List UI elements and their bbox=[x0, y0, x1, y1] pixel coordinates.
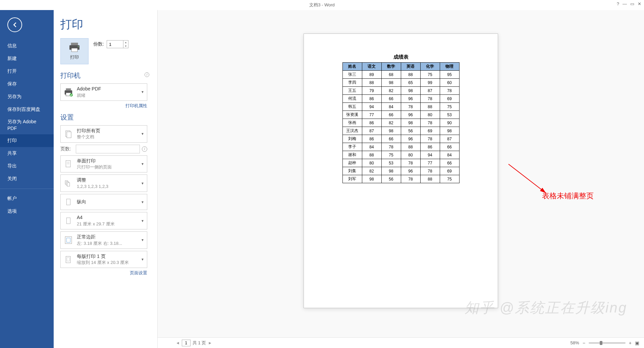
collate-icon bbox=[63, 178, 73, 188]
pages-icon bbox=[63, 129, 73, 139]
margins-select[interactable]: 正常边距左: 3.18 厘米 右: 3.18... ▼ bbox=[60, 231, 147, 249]
zoom-value: 58% bbox=[571, 340, 579, 345]
copies-down-icon[interactable]: ▼ bbox=[123, 44, 128, 48]
svg-rect-2 bbox=[71, 48, 77, 52]
settings-heading: 设置 bbox=[60, 113, 147, 122]
sidebar-item[interactable]: 共享 bbox=[0, 147, 54, 160]
copies-up-icon[interactable]: ▲ bbox=[123, 41, 128, 44]
print-preview: 成绩表 姓名语文数学英语化学物理 张三8968887595李四889865996… bbox=[158, 10, 644, 348]
print-button[interactable]: 打印 bbox=[60, 38, 89, 64]
title-bar: 文档3 - Word ? — ▭ ✕ bbox=[0, 0, 644, 10]
sidebar-item[interactable]: 导出 bbox=[0, 160, 54, 172]
sides-select[interactable]: 单面打印只打印一侧的页面 ▼ bbox=[60, 155, 147, 173]
table-title: 成绩表 bbox=[334, 54, 468, 60]
copies-input[interactable] bbox=[107, 41, 123, 48]
next-page-button[interactable]: ► bbox=[208, 341, 212, 345]
pages-input[interactable] bbox=[76, 145, 140, 153]
zoom-out-button[interactable]: − bbox=[583, 340, 585, 346]
chevron-down-icon: ▼ bbox=[141, 258, 144, 261]
chevron-down-icon: ▼ bbox=[141, 238, 144, 242]
svg-rect-5 bbox=[66, 88, 71, 90]
svg-rect-19 bbox=[65, 236, 72, 243]
page-icon bbox=[63, 159, 73, 169]
chevron-down-icon: ▼ bbox=[141, 162, 144, 166]
table-row: 赵梓8053787766 bbox=[342, 159, 459, 167]
sidebar-item[interactable]: 保存到百度网盘 bbox=[0, 103, 54, 116]
sidebar-item[interactable]: 新建 bbox=[0, 52, 54, 65]
printer-properties-link[interactable]: 打印机属性 bbox=[60, 103, 147, 109]
table-row: 韩五9484788875 bbox=[342, 103, 459, 111]
minimize-button[interactable]: — bbox=[623, 1, 627, 6]
zoom-slider[interactable] bbox=[589, 342, 626, 344]
print-settings-panel: 打印 打印 份数: ▲ bbox=[54, 10, 158, 348]
zoom-in-button[interactable]: + bbox=[629, 340, 632, 346]
margins-icon bbox=[63, 235, 73, 245]
table-row: 张画8682987890 bbox=[342, 119, 459, 127]
scale-icon bbox=[63, 255, 73, 265]
table-row: 刘军9856788875 bbox=[342, 175, 459, 183]
window-title: 文档3 - Word bbox=[309, 2, 335, 8]
backstage-sidebar: 信息新建打开保存另存为保存到百度网盘另存为 Adobe PDF打印共享导出关闭 … bbox=[0, 10, 54, 348]
sidebar-item[interactable]: 选项 bbox=[0, 205, 54, 218]
fit-page-button[interactable]: ▣ bbox=[635, 340, 639, 346]
table-row: 张资溪7766968053 bbox=[342, 111, 459, 119]
print-range-select[interactable]: 打印所有页整个文档 ▼ bbox=[60, 125, 147, 143]
table-row: 李四8898659960 bbox=[342, 79, 459, 87]
collate-select[interactable]: 调整1,2,3 1,2,3 1,2,3 ▼ bbox=[60, 175, 147, 192]
page-total-label: 共 1 页 bbox=[193, 340, 206, 346]
page-setup-link[interactable]: 页面设置 bbox=[60, 270, 147, 276]
info-icon[interactable]: i bbox=[142, 146, 147, 152]
svg-line-23 bbox=[508, 164, 545, 193]
sidebar-item[interactable]: 另存为 bbox=[0, 90, 54, 103]
table-header: 英语 bbox=[401, 63, 420, 71]
table-header: 数学 bbox=[381, 63, 401, 71]
page-title: 打印 bbox=[60, 17, 147, 32]
printer-select[interactable]: Adobe PDF 就绪 ▼ bbox=[60, 83, 147, 101]
printer-status: 就绪 bbox=[77, 92, 139, 98]
back-button[interactable] bbox=[7, 17, 22, 32]
svg-point-3 bbox=[78, 46, 79, 47]
sidebar-item[interactable]: 打开 bbox=[0, 65, 54, 78]
chevron-down-icon: ▼ bbox=[141, 132, 144, 136]
scores-table: 姓名语文数学英语化学物理 张三8968887595李四8898659960王五7… bbox=[342, 62, 460, 183]
printer-heading: 打印机 i bbox=[60, 71, 147, 80]
scale-select[interactable]: 每版打印 1 页缩放到 14 厘米 x 20.3 厘米 ▼ bbox=[60, 251, 147, 268]
info-icon[interactable]: i bbox=[145, 72, 149, 77]
table-row: 何流8666967869 bbox=[342, 95, 459, 103]
preview-statusbar: ◄ 共 1 页 ► 58% − + ▣ bbox=[158, 337, 644, 348]
pages-label: 页数: bbox=[60, 146, 74, 152]
chevron-down-icon: ▼ bbox=[141, 90, 144, 94]
table-row: 张三8968887595 bbox=[342, 71, 459, 79]
paper-icon bbox=[63, 216, 73, 226]
svg-rect-9 bbox=[67, 132, 71, 138]
page-number-input[interactable] bbox=[182, 340, 191, 346]
print-button-label: 打印 bbox=[70, 54, 79, 60]
preview-page: 成绩表 姓名语文数学英语化学物理 张三8968887595李四889865996… bbox=[304, 33, 498, 308]
sidebar-item[interactable]: 另存为 Adobe PDF bbox=[0, 116, 54, 134]
printer-name: Adobe PDF bbox=[77, 86, 139, 92]
annotation-text: 表格未铺满整页 bbox=[542, 191, 594, 201]
arrow-icon bbox=[505, 161, 552, 198]
svg-rect-21 bbox=[66, 256, 71, 263]
table-row: 谢和8875809484 bbox=[342, 151, 459, 159]
table-row: 刘梅8666967887 bbox=[342, 135, 459, 143]
orientation-select[interactable]: 纵向 ▼ bbox=[60, 194, 147, 210]
table-row: 刘集8298967869 bbox=[342, 167, 459, 175]
sidebar-item[interactable]: 关闭 bbox=[0, 172, 54, 185]
copies-spinner[interactable]: ▲ ▼ bbox=[107, 40, 128, 48]
help-icon[interactable]: ? bbox=[617, 1, 619, 6]
paper-size-select[interactable]: A421 厘米 x 29.7 厘米 ▼ bbox=[60, 212, 147, 229]
sidebar-item[interactable]: 保存 bbox=[0, 78, 54, 90]
table-row: 王汉杰8798566998 bbox=[342, 127, 459, 135]
copies-label: 份数: bbox=[93, 41, 104, 47]
sidebar-item[interactable]: 帐户 bbox=[0, 192, 54, 205]
close-button[interactable]: ✕ bbox=[638, 1, 641, 6]
sidebar-item[interactable]: 打印 bbox=[0, 134, 54, 147]
svg-rect-16 bbox=[67, 183, 70, 187]
sidebar-item[interactable]: 信息 bbox=[0, 40, 54, 52]
svg-rect-17 bbox=[67, 199, 70, 205]
table-header: 姓名 bbox=[342, 63, 362, 71]
restore-button[interactable]: ▭ bbox=[630, 1, 634, 6]
prev-page-button[interactable]: ◄ bbox=[176, 341, 180, 345]
printer-icon bbox=[68, 42, 80, 52]
